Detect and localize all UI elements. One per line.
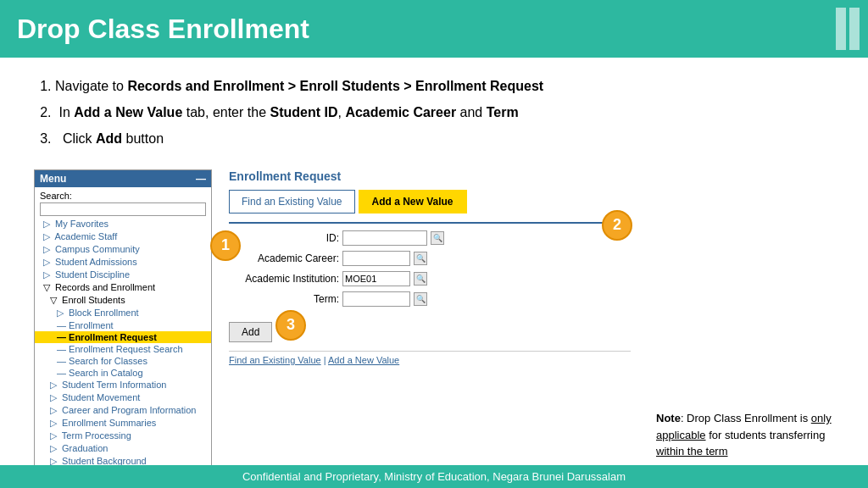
menu-item-campus[interactable]: ▷ Campus Community [35, 243, 211, 256]
menu-search-input[interactable] [40, 202, 206, 216]
menu-item-search-classes[interactable]: — Search for Classes [35, 355, 211, 367]
menu-item-summaries[interactable]: ▷ Enrollment Summaries [35, 417, 211, 430]
institution-row: Academic Institution: 🔍 [229, 271, 631, 286]
id-label: ID: [229, 232, 339, 244]
menu-item-enrollment-request[interactable]: — Enrollment Request [35, 331, 211, 343]
id-row: ID: 🔍 [229, 230, 631, 246]
find-existing-link[interactable]: Find an Existing Value [229, 355, 321, 365]
menu-item-enroll-students[interactable]: ▽ Enroll Students [35, 294, 211, 307]
tab-row: Find an Existing Value Add a New Value [229, 190, 631, 214]
step-3: Click Add button [55, 127, 834, 150]
career-row: Academic Career: 🔍 [229, 251, 631, 266]
menu-item-admissions[interactable]: ▷ Student Admissions [35, 256, 211, 269]
institution-lookup-icon[interactable]: 🔍 [414, 272, 427, 286]
menu-item-enrollment-search[interactable]: — Enrollment Request Search [35, 343, 211, 355]
header-decoration [836, 0, 868, 58]
step-2: In Add a New Value tab, enter the Studen… [55, 101, 834, 124]
menu-item-block-enrollment[interactable]: ▷ Block Enrollment [35, 307, 211, 319]
menu-item-term-processing[interactable]: ▷ Term Processing [35, 430, 211, 442]
term-row: Term: 🔍 [229, 291, 631, 307]
tab-find-existing[interactable]: Find an Existing Value [229, 190, 355, 214]
id-lookup-icon[interactable]: 🔍 [431, 231, 444, 245]
screenshot-area: 1 Menu — Search: ▷ My Favorites ▷ Academ… [0, 169, 868, 469]
deco-bar-2 [849, 8, 860, 50]
enrollment-panel: Enrollment Request Find an Existing Valu… [229, 169, 631, 469]
menu-item-records[interactable]: ▽ Records and Enrollment [35, 281, 211, 294]
main-content: Navigate to Records and Enrollment > Enr… [0, 58, 868, 163]
callout-2: 2 [602, 210, 632, 241]
menu-header: Menu — [35, 170, 211, 187]
career-label: Academic Career: [229, 252, 339, 264]
menu-item-term-info[interactable]: ▷ Student Term Information [35, 379, 211, 391]
institution-input[interactable] [342, 271, 410, 286]
add-button[interactable]: Add [229, 322, 272, 342]
step-1: Navigate to Records and Enrollment > Enr… [55, 75, 834, 97]
menu-item-career[interactable]: ▷ Career and Program Information [35, 404, 211, 417]
note-panel: Note: Drop Class Enrollment is only appl… [648, 410, 834, 469]
career-input[interactable] [342, 251, 410, 266]
enrollment-title: Enrollment Request [229, 169, 631, 183]
term-label: Term: [229, 293, 339, 305]
menu-item-enrollment[interactable]: — Enrollment [35, 319, 211, 331]
page-title: Drop Class Enrollment [17, 14, 309, 45]
id-input[interactable] [342, 230, 427, 246]
callout-3: 3 [275, 310, 306, 341]
menu-item-graduation[interactable]: ▷ Graduation [35, 442, 211, 455]
footer: Confidential and Proprietary, Ministry o… [0, 465, 868, 488]
menu-item-discipline[interactable]: ▷ Student Discipline [35, 269, 211, 281]
instructions-list: Navigate to Records and Enrollment > Enr… [34, 75, 834, 154]
menu-search-section: Search: [35, 187, 211, 218]
page-header: Drop Class Enrollment [0, 0, 868, 58]
deco-bar-1 [836, 8, 846, 50]
menu-item-movement[interactable]: ▷ Student Movement [35, 391, 211, 404]
find-links: Find an Existing Value | Add a New Value [229, 351, 631, 365]
add-new-link[interactable]: Add a New Value [328, 355, 399, 365]
footer-text: Confidential and Proprietary, Ministry o… [242, 470, 626, 483]
menu-item-academic-staff[interactable]: ▷ Academic Staff [35, 230, 211, 243]
tab-add-new[interactable]: Add a New Value [359, 190, 467, 214]
institution-label: Academic Institution: [229, 273, 339, 285]
term-lookup-icon[interactable]: 🔍 [414, 292, 427, 306]
menu-panel: Menu — Search: ▷ My Favorites ▷ Academic… [34, 169, 212, 469]
callout-1: 1 [210, 230, 241, 261]
career-lookup-icon[interactable]: 🔍 [414, 252, 427, 265]
menu-item-favorites[interactable]: ▷ My Favorites [35, 218, 211, 230]
term-input[interactable] [342, 291, 410, 307]
menu-collapse-icon[interactable]: — [196, 173, 206, 185]
menu-item-search-catalog[interactable]: — Search in Catalog [35, 367, 211, 379]
